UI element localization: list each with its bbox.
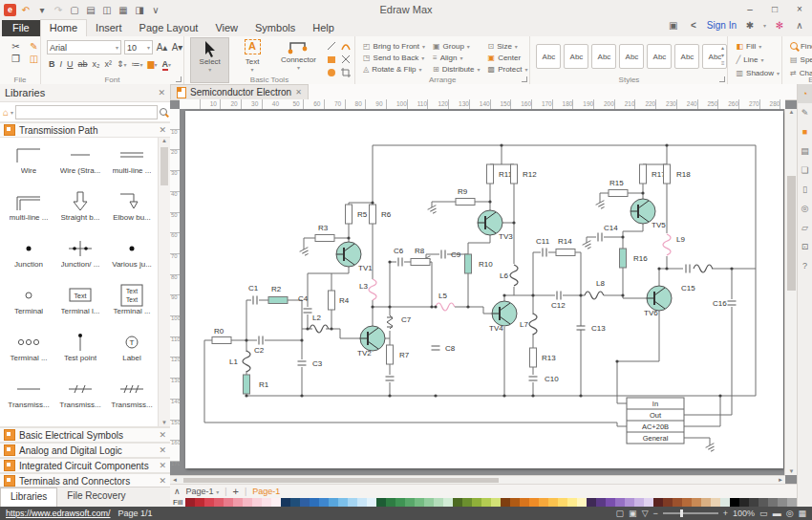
zoom-slider[interactable]	[663, 512, 718, 514]
color-swatch[interactable]	[739, 498, 749, 507]
tab-libraries[interactable]: Libraries	[0, 488, 57, 507]
vertical-scrollbar[interactable]: ▲▼	[784, 109, 798, 475]
color-swatch[interactable]	[224, 498, 233, 507]
send-to-back-button[interactable]: ◳Send to Back▾	[361, 52, 427, 63]
component-c3[interactable]	[298, 361, 307, 365]
shape-style-3[interactable]: Abc	[591, 44, 616, 69]
component-tv6[interactable]	[647, 286, 672, 311]
color-swatch[interactable]	[682, 498, 692, 507]
more-icon[interactable]: ∨	[149, 5, 162, 15]
page-tab-active[interactable]: Page-1	[252, 487, 280, 496]
component-l5[interactable]	[436, 303, 455, 311]
symbol-transmiss-[interactable]: Transmiss...	[55, 378, 105, 422]
component-c4[interactable]	[304, 309, 312, 313]
fit-page-icon[interactable]: ▣	[629, 509, 637, 518]
menu-tab-home[interactable]: Home	[40, 19, 87, 36]
community-icon[interactable]: ◎	[798, 199, 812, 218]
symbol-junction[interactable]: Junction	[4, 237, 53, 281]
subscript-button[interactable]: x₂	[93, 59, 100, 69]
color-swatch[interactable]	[749, 498, 759, 507]
color-swatch[interactable]	[243, 498, 252, 507]
color-swatch[interactable]	[395, 498, 405, 507]
symbol-multi-line-[interactable]: multi-line ...	[107, 143, 157, 187]
document-tab[interactable]: Semiconductor Electron ✕	[170, 84, 309, 99]
shrink-font-icon[interactable]: A▾	[171, 42, 183, 53]
menu-tab-help[interactable]: Help	[304, 20, 343, 36]
color-swatch[interactable]	[596, 498, 606, 507]
grid-icon[interactable]: ▦	[798, 509, 806, 518]
color-swatch[interactable]	[567, 498, 577, 507]
styles-scroll-down-icon[interactable]: ▾	[721, 52, 725, 59]
symbol-wire-stra-[interactable]: Wire (Stra...	[55, 143, 105, 187]
color-swatch[interactable]	[606, 498, 615, 507]
bullets-button[interactable]: ≔▾	[132, 59, 143, 69]
library-section-basic-electrical-symbols[interactable]: Basic Electrical Symbols✕	[0, 427, 170, 443]
highlight-button[interactable]: ▆▾	[148, 59, 158, 69]
horizontal-scrollbar-thumb[interactable]	[183, 478, 499, 483]
color-swatch[interactable]	[653, 498, 663, 507]
color-swatch[interactable]	[185, 498, 195, 507]
normal-view-icon[interactable]: ▢	[616, 509, 625, 518]
color-swatch[interactable]	[548, 498, 558, 507]
color-swatch[interactable]	[481, 498, 491, 507]
color-swatch[interactable]	[663, 498, 673, 507]
color-swatch[interactable]	[424, 498, 434, 507]
component-r10[interactable]	[465, 254, 472, 273]
color-swatch[interactable]	[262, 498, 271, 507]
symbol-terminal-[interactable]: Terminal ...	[4, 331, 53, 375]
document-icon[interactable]: ▯	[798, 180, 812, 199]
arc-tool-icon[interactable]	[340, 40, 354, 54]
share-icon[interactable]: <	[687, 20, 700, 31]
component-cap[interactable]	[386, 377, 395, 380]
symbol-terminal-l-[interactable]: TextTerminal l...	[55, 284, 105, 328]
symbol-terminal[interactable]: Terminal	[4, 284, 53, 328]
color-swatch[interactable]	[510, 498, 520, 507]
color-swatch[interactable]	[491, 498, 501, 507]
symbol-junction-[interactable]: Junction/ ...	[55, 237, 105, 281]
color-swatch[interactable]	[778, 498, 787, 507]
color-swatch[interactable]	[625, 498, 634, 507]
document-tab-close-icon[interactable]: ✕	[295, 88, 302, 97]
color-swatch[interactable]	[319, 498, 329, 507]
symbol-straight-b-[interactable]: Straight b...	[55, 190, 105, 234]
component-c8[interactable]	[432, 346, 440, 350]
new-file-icon[interactable]: ▢	[68, 5, 81, 15]
arrange-dialog-launcher[interactable]	[522, 76, 527, 82]
export-icon[interactable]: ◨	[133, 5, 146, 15]
library-search-input[interactable]	[15, 105, 158, 119]
vertical-scrollbar-thumb[interactable]	[787, 176, 796, 291]
color-swatch[interactable]	[434, 498, 443, 507]
font-color-button[interactable]: A▾	[162, 59, 172, 69]
color-swatch[interactable]	[195, 498, 204, 507]
tab-file-recovery[interactable]: File Recovery	[57, 488, 135, 507]
component-c14[interactable]	[598, 233, 602, 242]
undo-caret-icon[interactable]: ▾	[35, 5, 49, 15]
color-swatch[interactable]	[768, 498, 778, 507]
component-r16[interactable]	[620, 249, 627, 268]
symbol-arrow[interactable]	[4, 424, 53, 427]
underline-button[interactable]: U	[67, 59, 74, 69]
symbol-elbow-bu-[interactable]: Elbow bu...	[107, 190, 157, 234]
strikethrough-button[interactable]: ab	[78, 59, 88, 69]
component-c6[interactable]	[398, 258, 402, 267]
drawing-page[interactable]: R0L1R1C1R2C2C3L2R3R5R6TV1C4R4L3TV2C7R7C6…	[185, 111, 783, 468]
rectangle-tool-icon[interactable]	[326, 54, 340, 67]
comment-icon[interactable]: ⊡	[798, 237, 812, 256]
symbol-test-point[interactable]: Test point	[55, 331, 105, 375]
color-swatch[interactable]	[214, 498, 224, 507]
align-button[interactable]: ≡Align▾	[431, 52, 482, 63]
font-size-select[interactable]: 10▾	[124, 40, 153, 54]
component-l6[interactable]	[510, 265, 518, 286]
pan-icon[interactable]: ▽	[642, 509, 649, 518]
history-icon[interactable]: ◔	[798, 84, 812, 103]
color-swatch[interactable]	[558, 498, 567, 507]
component-r7[interactable]	[387, 345, 394, 364]
styles-scroll-up-icon[interactable]: ▴	[721, 44, 725, 52]
help-icon[interactable]: ?	[798, 256, 812, 275]
component-r8[interactable]	[411, 259, 430, 266]
symbol-transmiss-[interactable]: Transmiss...	[107, 378, 157, 422]
protect-button[interactable]: ▩Protect▾	[486, 63, 530, 75]
group-button[interactable]: ▣Group▾	[431, 40, 482, 52]
color-swatch[interactable]	[453, 498, 462, 507]
color-swatch[interactable]	[271, 498, 281, 507]
